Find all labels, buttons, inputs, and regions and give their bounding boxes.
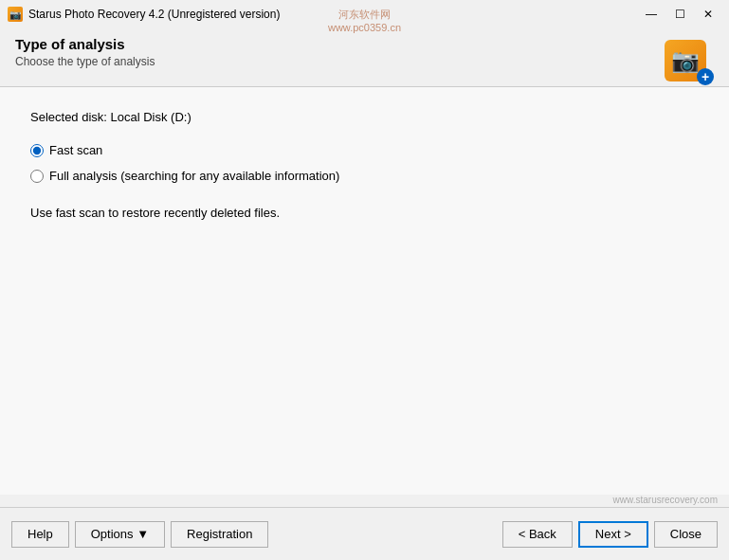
options-button[interactable]: Options ▼ [75, 521, 165, 548]
footer-left-buttons: Help Options ▼ Registration [11, 521, 268, 548]
radio-group: Fast scan Full analysis (searching for a… [30, 143, 699, 183]
header-text: Type of analysis Choose the type of anal… [15, 36, 155, 68]
window-close-button[interactable]: ✕ [695, 5, 721, 24]
title-bar-controls: — ☐ ✕ [638, 5, 721, 24]
registration-button[interactable]: Registration [171, 521, 268, 548]
fast-scan-radio[interactable] [30, 144, 44, 157]
footer-right-buttons: < Back Next > Close [502, 521, 718, 548]
header-area: Type of analysis Choose the type of anal… [0, 28, 729, 87]
title-bar: 📷 Starus Photo Recovery 4.2 (Unregistere… [0, 0, 729, 28]
footer-watermark: www.starusrecovery.com [613, 495, 718, 505]
back-button[interactable]: < Back [502, 521, 573, 548]
hint-text: Use fast scan to restore recently delete… [30, 206, 699, 220]
footer: Help Options ▼ Registration < Back Next … [0, 507, 729, 560]
full-analysis-label: Full analysis (searching for any availab… [49, 169, 339, 183]
full-analysis-radio[interactable] [30, 170, 44, 183]
fast-scan-option[interactable]: Fast scan [30, 143, 699, 157]
header-icon: 📷 + [665, 36, 714, 85]
main-content: Selected disk: Local Disk (D:) Fast scan… [0, 87, 729, 495]
window-title: Starus Photo Recovery 4.2 (Unregistered … [28, 8, 280, 21]
app-icon-small: 📷 [8, 7, 23, 22]
maximize-button[interactable]: ☐ [666, 5, 693, 24]
fast-scan-label: Fast scan [49, 143, 102, 157]
minimize-button[interactable]: — [638, 5, 665, 24]
app-icon-plus: + [697, 68, 714, 85]
page-title: Type of analysis [15, 36, 155, 52]
title-bar-left: 📷 Starus Photo Recovery 4.2 (Unregistere… [8, 7, 280, 22]
full-analysis-option[interactable]: Full analysis (searching for any availab… [30, 169, 699, 183]
next-button[interactable]: Next > [578, 521, 648, 548]
close-button[interactable]: Close [654, 521, 718, 548]
help-button[interactable]: Help [11, 521, 69, 548]
page-subtitle: Choose the type of analysis [15, 55, 155, 68]
selected-disk-label: Selected disk: Local Disk (D:) [30, 110, 699, 124]
